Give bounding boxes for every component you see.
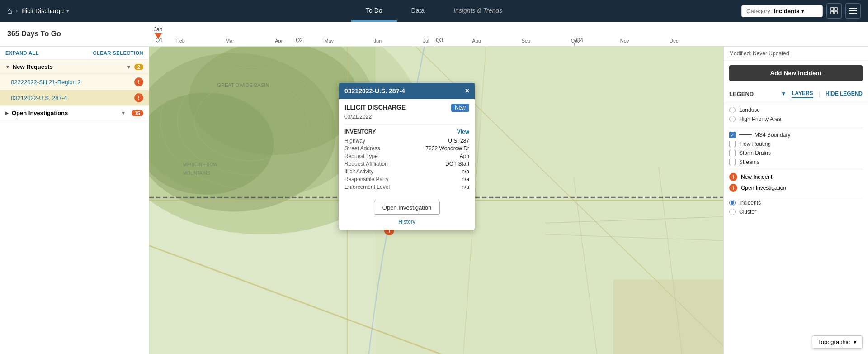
open-investigation-button[interactable]: Open Investigation — [374, 201, 440, 215]
ms4-line — [739, 134, 752, 135]
open-investigations-toggle: ▶ — [5, 110, 9, 115]
svg-rect-2 — [831, 11, 834, 14]
jan-label: Jan — [154, 26, 162, 33]
topographic-label: Topographic — [818, 339, 850, 345]
legend-item-streams: Streams — [729, 159, 863, 165]
alert-icon-0: ! — [134, 77, 143, 86]
legend-tabs: ▼ LAYERS | HIDE LEGEND — [781, 89, 863, 98]
item-label-1: 03212022-U.S. 287-4 — [11, 95, 134, 101]
breadcrumb-label: Illicit Discharge — [21, 7, 64, 14]
topographic-dropdown[interactable]: Topographic ▾ — [812, 335, 863, 349]
list-item-0[interactable]: 02222022-SH 21-Region 2 ! — [0, 74, 149, 90]
timeline-bar: 365 Days To Go Jan Q1 Q2 Q3 Q4 Feb Mar A… — [0, 22, 868, 47]
tab-hide-legend[interactable]: HIDE LEGEND — [826, 90, 863, 98]
storm-drains-checkbox[interactable] — [729, 150, 736, 156]
svg-rect-5 — [849, 10, 857, 11]
flow-routing-checkbox[interactable] — [729, 141, 736, 147]
ms4-checkbox[interactable] — [729, 132, 736, 138]
legend-filter-icon: ▼ — [781, 91, 786, 97]
open-investigation-dot: i — [729, 184, 737, 192]
nav-tabs: To Do Data Insights & Trends — [351, 0, 517, 22]
field-label-affiliation: Request Affiliation — [344, 161, 388, 167]
q3: Q3 — [434, 37, 574, 43]
incidents-radio[interactable] — [729, 200, 736, 206]
clear-selection-button[interactable]: CLEAR SELECTION — [93, 50, 143, 56]
tab-layers[interactable]: LAYERS — [792, 89, 813, 98]
left-panel-header: EXPAND ALL CLEAR SELECTION — [0, 47, 149, 60]
open-investigations-filter-icon[interactable]: ▼ — [121, 110, 126, 116]
svg-text:GREAT DIVIDE BASIN: GREAT DIVIDE BASIN — [217, 82, 269, 88]
field-value-address: 7232 Woodrow Dr — [426, 145, 470, 152]
popup-close-button[interactable]: × — [465, 87, 469, 95]
popup-inventory-header: INVENTORY View — [344, 124, 469, 135]
popup-field-highway: Highway U.S. 287 — [344, 138, 469, 144]
top-navigation: ⌂ › Illicit Discharge ▾ To Do Data Insig… — [0, 0, 868, 22]
timeline-days-label: 365 Days To Go — [7, 30, 61, 38]
ms4-label: MS4 Boundary — [755, 132, 790, 138]
legend-item-ms4: MS4 Boundary — [729, 132, 863, 138]
popup-type-row: ILLICIT DISCHARGE New — [344, 104, 469, 112]
field-value-activity: n/a — [462, 168, 469, 175]
field-value-highway: U.S. 287 — [448, 138, 469, 144]
main-content: EXPAND ALL CLEAR SELECTION ▼ New Request… — [0, 47, 868, 354]
popup-view-link[interactable]: View — [457, 129, 469, 135]
popup-field-activity: Illicit Activity n/a — [344, 168, 469, 175]
field-value-party: n/a — [462, 176, 469, 182]
list-item-1[interactable]: 03212022-U.S. 287-4 ! — [0, 90, 149, 106]
new-requests-section-header[interactable]: ▼ New Requests ▼ 2 — [0, 60, 149, 74]
new-requests-badge: 2 — [134, 64, 143, 70]
history-link[interactable]: History — [398, 219, 415, 225]
item-label-0: 02222022-SH 21-Region 2 — [11, 79, 134, 86]
category-dropdown-arrow: ▾ — [801, 8, 804, 14]
high-priority-radio[interactable] — [729, 116, 736, 122]
add-incident-button[interactable]: Add New Incident — [729, 65, 863, 81]
field-label-request-type: Request Type — [344, 153, 378, 159]
svg-rect-27 — [613, 280, 726, 354]
category-prefix: Category: — [746, 8, 772, 14]
legend-body: Landuse High Priority Area MS4 Boundary — [724, 102, 868, 354]
map-view-btn[interactable] — [826, 3, 842, 19]
legend-divider-3 — [729, 196, 863, 196]
field-label-party: Responsible Party — [344, 176, 388, 182]
landuse-radio[interactable] — [729, 107, 736, 113]
popup-header: 03212022-U.S. 287-4 × — [339, 83, 475, 99]
legend-item-cluster-radio: Cluster — [729, 209, 863, 215]
legend-item-incidents-radio: Incidents — [729, 200, 863, 206]
home-icon[interactable]: ⌂ — [7, 6, 12, 16]
tab-todo[interactable]: To Do — [351, 0, 397, 22]
new-requests-filter-icon[interactable]: ▼ — [126, 64, 132, 70]
legend-title: LEGEND — [729, 91, 754, 97]
streams-checkbox[interactable] — [729, 159, 736, 165]
popup-history-section: History — [339, 218, 475, 230]
streams-label: Streams — [739, 159, 760, 165]
popup-inventory-label: INVENTORY — [344, 129, 376, 135]
expand-all-button[interactable]: EXPAND ALL — [5, 50, 39, 56]
legend-area-section: Landuse High Priority Area — [729, 107, 863, 122]
legend-new-incident-row: i New Incident — [729, 173, 863, 181]
popup-field-enforcement: Enforcement Level n/a — [344, 184, 469, 190]
category-select[interactable]: Category: Incidents ▾ — [741, 5, 823, 17]
breadcrumb-chevron: › — [16, 8, 18, 14]
legend-panel: Modified: Never Updated Add New Incident… — [723, 47, 868, 354]
open-investigations-badge: 15 — [132, 110, 143, 116]
svg-text:MOUNTAINS: MOUNTAINS — [183, 171, 210, 176]
menu-btn[interactable] — [845, 3, 861, 19]
field-label-enforcement: Enforcement Level — [344, 184, 390, 190]
open-investigations-section-header[interactable]: ▶ Open Investigations ▼ 15 — [0, 106, 149, 120]
legend-item-high-priority: High Priority Area — [729, 116, 863, 122]
breadcrumb: Illicit Discharge ▾ — [21, 7, 69, 14]
q2: Q2 — [294, 37, 434, 43]
tab-data[interactable]: Data — [397, 0, 439, 22]
modified-text: Modified: Never Updated — [729, 50, 789, 57]
tab-divider: | — [819, 91, 820, 97]
breadcrumb-dropdown-arrow[interactable]: ▾ — [66, 8, 69, 14]
popup-field-request-type: Request Type App — [344, 153, 469, 159]
popup-field-affiliation: Request Affiliation DOT Staff — [344, 161, 469, 167]
storm-drains-label: Storm Drains — [739, 150, 771, 156]
svg-rect-4 — [849, 8, 857, 9]
legend-item-landuse: Landuse — [729, 107, 863, 113]
popup-actions: Open Investigation — [339, 196, 475, 218]
tab-insights[interactable]: Insights & Trends — [439, 0, 517, 22]
cluster-radio[interactable] — [729, 209, 736, 215]
flow-routing-label: Flow Routing — [739, 141, 771, 147]
